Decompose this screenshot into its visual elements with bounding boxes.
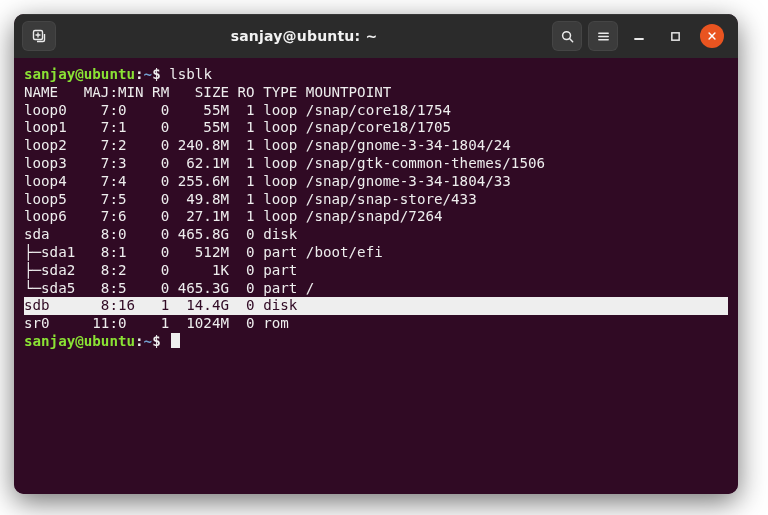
table-row: sdb 8:16 1 14.4G 0 disk <box>24 297 728 315</box>
table-row: └─sda5 8:5 0 465.3G 0 part / <box>24 280 728 298</box>
svg-rect-7 <box>671 32 678 39</box>
table-row: ├─sda2 8:2 0 1K 0 part <box>24 262 728 280</box>
table-row: ├─sda1 8:1 0 512M 0 part /boot/efi <box>24 244 728 262</box>
table-row: sr0 11:0 1 1024M 0 rom <box>24 315 728 333</box>
command-text: lsblk <box>169 66 212 82</box>
terminal-body[interactable]: sanjay@ubuntu:~$ lsblkNAME MAJ:MIN RM SI… <box>14 58 738 494</box>
table-row: loop6 7:6 0 27.1M 1 loop /snap/snapd/726… <box>24 208 728 226</box>
prompt-line: sanjay@ubuntu:~$ <box>24 333 728 351</box>
close-button[interactable] <box>700 24 724 48</box>
table-row: loop2 7:2 0 240.8M 1 loop /snap/gnome-3-… <box>24 137 728 155</box>
table-row: loop5 7:5 0 49.8M 1 loop /snap/snap-stor… <box>24 191 728 209</box>
window-title: sanjay@ubuntu: ~ <box>62 28 546 44</box>
table-row: loop0 7:0 0 55M 1 loop /snap/core18/1754 <box>24 102 728 120</box>
terminal-window: sanjay@ubuntu: ~ <box>14 14 738 494</box>
new-tab-button[interactable] <box>22 21 56 51</box>
maximize-button[interactable] <box>664 25 686 47</box>
svg-line-2 <box>569 38 572 41</box>
table-row: loop3 7:3 0 62.1M 1 loop /snap/gtk-commo… <box>24 155 728 173</box>
menu-button[interactable] <box>588 21 618 51</box>
cursor <box>171 333 180 348</box>
titlebar: sanjay@ubuntu: ~ <box>14 14 738 58</box>
minimize-button[interactable] <box>628 25 650 47</box>
table-row: loop1 7:1 0 55M 1 loop /snap/core18/1705 <box>24 119 728 137</box>
table-row: sda 8:0 0 465.8G 0 disk <box>24 226 728 244</box>
search-button[interactable] <box>552 21 582 51</box>
table-header: NAME MAJ:MIN RM SIZE RO TYPE MOUNTPOINT <box>24 84 728 102</box>
table-row: loop4 7:4 0 255.6M 1 loop /snap/gnome-3-… <box>24 173 728 191</box>
prompt-line: sanjay@ubuntu:~$ lsblk <box>24 66 728 84</box>
